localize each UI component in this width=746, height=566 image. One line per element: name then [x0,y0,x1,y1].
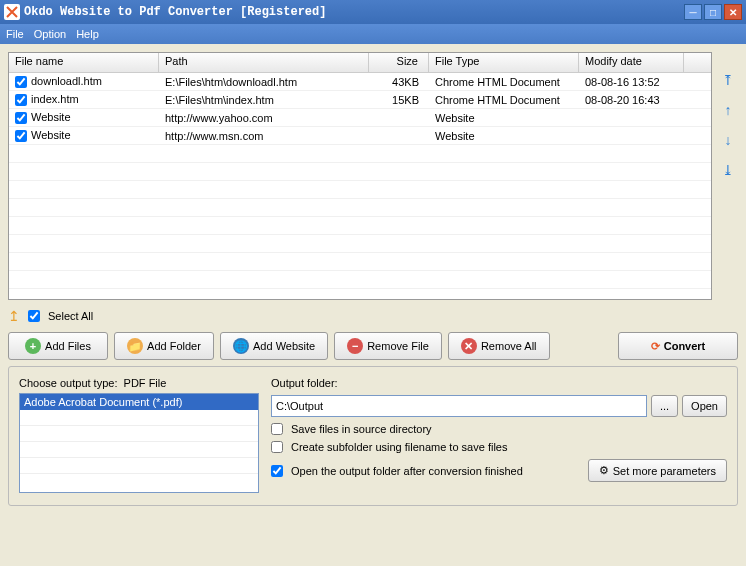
menu-help[interactable]: Help [76,28,99,40]
select-all-checkbox[interactable] [28,310,40,322]
subfolder-label: Create subfolder using filename to save … [291,441,507,453]
file-table: File name Path Size File Type Modify dat… [8,52,712,300]
up-arrow-icon: ↥ [8,308,20,324]
plus-icon: + [25,338,41,354]
minimize-button[interactable]: ─ [684,4,702,20]
table-row[interactable]: Websitehttp://www.yahoo.comWebsite [9,109,711,127]
open-after-label: Open the output folder after conversion … [291,465,523,477]
output-folder-input[interactable] [271,395,647,417]
table-row[interactable]: index.htmE:\Files\htm\index.htm15KBChrom… [9,91,711,109]
output-folder-label: Output folder: [271,377,727,389]
globe-icon: 🌐 [233,338,249,354]
open-folder-button[interactable]: Open [682,395,727,417]
browse-button[interactable]: ... [651,395,678,417]
remove-all-button[interactable]: ✕ Remove All [448,332,550,360]
menu-file[interactable]: File [6,28,24,40]
col-type[interactable]: File Type [429,53,579,72]
row-checkbox[interactable] [15,112,27,124]
move-top-icon[interactable]: ⤒ [720,72,736,88]
add-files-button[interactable]: + Add Files [8,332,108,360]
output-type-current: PDF File [124,377,167,389]
output-type-item[interactable]: Adobe Acrobat Document (*.pdf) [20,394,258,410]
save-source-label: Save files in source directory [291,423,432,435]
output-type-list[interactable]: Adobe Acrobat Document (*.pdf) [19,393,259,493]
table-row[interactable]: Websitehttp://www.msn.comWebsite [9,127,711,145]
convert-button[interactable]: ⟳ Convert [618,332,738,360]
move-down-icon[interactable]: ↓ [720,132,736,148]
row-checkbox[interactable] [15,94,27,106]
add-website-button[interactable]: 🌐 Add Website [220,332,328,360]
maximize-button[interactable]: □ [704,4,722,20]
remove-file-button[interactable]: − Remove File [334,332,442,360]
select-all-label: Select All [48,310,93,322]
menu-option[interactable]: Option [34,28,66,40]
output-type-label: Choose output type: [19,377,117,389]
subfolder-checkbox[interactable] [271,441,283,453]
col-filename[interactable]: File name [9,53,159,72]
minus-icon: − [347,338,363,354]
more-parameters-button[interactable]: ⚙ Set more parameters [588,459,727,482]
window-title: Okdo Website to Pdf Converter [Registere… [24,5,682,19]
col-date[interactable]: Modify date [579,53,684,72]
row-checkbox[interactable] [15,130,27,142]
row-checkbox[interactable] [15,76,27,88]
gear-icon: ⚙ [599,464,609,477]
save-source-checkbox[interactable] [271,423,283,435]
table-row[interactable]: downloadl.htmE:\Files\htm\downloadl.htm4… [9,73,711,91]
col-size[interactable]: Size [369,53,429,72]
x-icon: ✕ [461,338,477,354]
app-icon [4,4,20,20]
add-folder-button[interactable]: 📁 Add Folder [114,332,214,360]
convert-icon: ⟳ [651,340,660,353]
close-button[interactable]: ✕ [724,4,742,20]
folder-icon: 📁 [127,338,143,354]
move-up-icon[interactable]: ↑ [720,102,736,118]
move-bottom-icon[interactable]: ⤓ [720,162,736,178]
col-path[interactable]: Path [159,53,369,72]
open-after-checkbox[interactable] [271,465,283,477]
